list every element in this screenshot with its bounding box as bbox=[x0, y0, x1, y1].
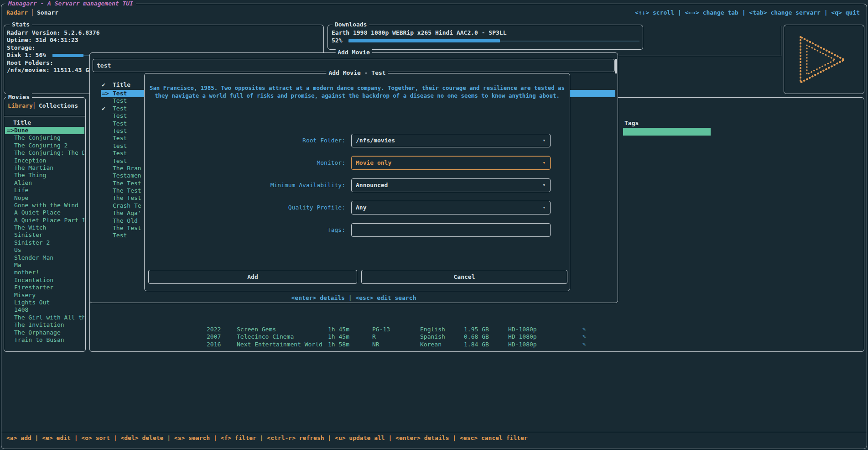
movie-list-item[interactable]: Misery bbox=[5, 292, 84, 299]
field-dropdown[interactable]: Any▾ bbox=[351, 201, 551, 215]
movie-title: The Witch bbox=[14, 224, 46, 231]
field-value: Any bbox=[356, 204, 366, 211]
field-dropdown[interactable]: /nfs/movies▾ bbox=[351, 134, 551, 147]
movie-title: The Conjuring: The De bbox=[14, 149, 84, 156]
movie-list-item[interactable]: A Quiet Place bbox=[5, 209, 84, 216]
movie-list-item[interactable]: The Girl with All the bbox=[5, 314, 84, 321]
movie-list-item[interactable]: Incantation bbox=[5, 277, 84, 284]
field-text-input[interactable] bbox=[351, 223, 551, 237]
cell-runtime: 1h 45m bbox=[328, 333, 349, 340]
movie-list-item[interactable]: Nope bbox=[5, 194, 84, 202]
movie-list-item[interactable]: Sinister 2 bbox=[5, 239, 84, 246]
movie-title: The Girl with All the bbox=[14, 314, 84, 321]
movie-list-item[interactable]: Us bbox=[5, 246, 84, 254]
result-title: Test bbox=[113, 157, 127, 165]
cancel-button[interactable]: Cancel bbox=[361, 270, 567, 284]
divider bbox=[4, 116, 85, 116]
residual-border-line bbox=[619, 56, 781, 56]
movie-list-item[interactable]: The Thing bbox=[5, 172, 84, 179]
result-title: The Test bbox=[113, 187, 141, 194]
movie-list-item[interactable]: mother! bbox=[5, 269, 84, 276]
cell-studio: Screen Gems bbox=[237, 325, 276, 333]
movie-list-item[interactable]: Life bbox=[5, 187, 84, 194]
result-title: Crash Te bbox=[113, 202, 141, 209]
cell-language: English bbox=[420, 325, 445, 333]
dropdown-arrow-icon: ▾ bbox=[542, 182, 546, 188]
divider bbox=[1, 432, 867, 432]
field-value: /nfs/movies bbox=[356, 137, 395, 144]
cell-runtime: 1h 58m bbox=[328, 340, 349, 348]
movie-list-item[interactable]: The Invitation bbox=[5, 321, 84, 329]
tab-library[interactable]: Library bbox=[8, 102, 33, 110]
downloads-panel: Downloads Earth 1998 1080p WEBRip x265 H… bbox=[327, 25, 643, 50]
stat-uptime: Uptime: 31d 04:31:23 bbox=[7, 37, 321, 44]
movie-title: Nope bbox=[14, 194, 28, 201]
movie-list-item[interactable]: Sinister bbox=[5, 231, 84, 239]
movie-list-item[interactable]: Train to Busan bbox=[5, 336, 84, 344]
movie-title: Us bbox=[14, 246, 21, 253]
stat-version: Radarr Version: 5.2.6.8376 bbox=[7, 29, 321, 37]
table-row[interactable]: 2022Screen Gems1h 45mPG-13English1.95 GB… bbox=[90, 325, 864, 333]
movie-list-item[interactable]: The Witch bbox=[5, 224, 84, 231]
selected-row-tags-cell bbox=[623, 128, 711, 136]
add-movie-modal: Add Movie - Test San Francisco, 1985. Tw… bbox=[144, 73, 570, 291]
field-dropdown[interactable]: Announced▾ bbox=[351, 178, 551, 192]
result-title: The Test bbox=[113, 225, 141, 232]
cell-language: Spanish bbox=[420, 333, 445, 340]
cell-rating: PG-13 bbox=[372, 325, 390, 333]
field-dropdown[interactable]: Movie only▾ bbox=[351, 156, 551, 170]
movie-list-item[interactable]: The Conjuring 2 bbox=[5, 142, 84, 149]
movie-list-item[interactable]: The Conjuring: The De bbox=[5, 149, 84, 157]
result-title: Test bbox=[113, 150, 127, 157]
download-gauge bbox=[348, 39, 639, 42]
keybinding-help-top: <↑↓> scroll | <←→> change tab | <tab> ch… bbox=[635, 9, 860, 16]
movie-title: Misery bbox=[14, 292, 36, 298]
form-row: Root Folder:/nfs/movies▾ bbox=[145, 134, 570, 147]
tab-collections[interactable]: Collections bbox=[39, 102, 78, 110]
tag-edit-icon: ✎ bbox=[582, 325, 586, 333]
movie-list-item[interactable]: Firestarter bbox=[5, 284, 84, 291]
movie-title: Sinister 2 bbox=[14, 239, 50, 246]
app-title: Managarr - A Servarr management TUI bbox=[5, 0, 136, 7]
movie-title: The Invitation bbox=[14, 321, 64, 328]
logo-panel bbox=[784, 25, 864, 94]
movies-panel-title: Movies bbox=[6, 94, 32, 101]
table-row[interactable]: 2007Telecinco Cinema1h 45mRSpanish0.68 G… bbox=[90, 333, 864, 340]
movie-list-item[interactable]: The Orphanage bbox=[5, 329, 84, 336]
movie-list-item[interactable]: =>Dune bbox=[5, 127, 84, 134]
cell-quality: HD-1080p bbox=[508, 340, 537, 348]
results-title-header: Title bbox=[113, 81, 130, 88]
download-progress: 52% bbox=[332, 37, 639, 44]
tag-edit-icon: ✎ bbox=[582, 340, 586, 348]
cell-language: Korean bbox=[420, 340, 442, 348]
cell-quality: HD-1080p bbox=[508, 325, 537, 333]
add-movie-popup: Add Movie ✔ Title =>TestTest✔TestTestTes… bbox=[89, 52, 618, 303]
movie-list-item[interactable]: Gone with the Wind bbox=[5, 202, 84, 209]
result-title: The Bran bbox=[113, 165, 141, 172]
tab-radarr[interactable]: Radarr bbox=[6, 9, 28, 16]
movie-list-item[interactable]: Slender Man bbox=[5, 254, 84, 262]
movie-list-item[interactable]: The Martian bbox=[5, 164, 84, 172]
movie-list-item[interactable]: The Conjuring bbox=[5, 134, 84, 141]
tab-sonarr[interactable]: Sonarr bbox=[37, 9, 58, 16]
movie-list-item[interactable]: A Quiet Place Part II bbox=[5, 217, 84, 224]
result-title: Test bbox=[113, 112, 127, 120]
tag-edit-icon: ✎ bbox=[582, 333, 586, 340]
disk-usage-label: Disk 1: 56% bbox=[7, 52, 46, 58]
residual-border-line bbox=[781, 26, 781, 56]
form-row: Minimum Availability:Announced▾ bbox=[145, 178, 570, 192]
movie-list-item[interactable]: 1408 bbox=[5, 306, 84, 314]
movie-list-item[interactable]: Ma bbox=[5, 262, 84, 269]
add-button[interactable]: Add bbox=[148, 270, 357, 284]
dropdown-arrow-icon: ▾ bbox=[542, 204, 546, 210]
cell-studio: Telecinco Cinema bbox=[237, 333, 294, 340]
scrollbar-thumb[interactable] bbox=[615, 59, 617, 73]
movie-list-item[interactable]: Inception bbox=[5, 157, 84, 164]
form-row: Tags: bbox=[145, 223, 570, 237]
cell-rating: NR bbox=[372, 340, 379, 348]
movie-list-item[interactable]: Lights Out bbox=[5, 299, 84, 306]
movie-list-item[interactable]: Alien bbox=[5, 179, 84, 187]
result-title: test bbox=[113, 142, 127, 150]
movies-column-header: Title bbox=[13, 119, 31, 126]
table-row[interactable]: 2016Next Entertainment World1h 58mNRKore… bbox=[90, 340, 864, 348]
